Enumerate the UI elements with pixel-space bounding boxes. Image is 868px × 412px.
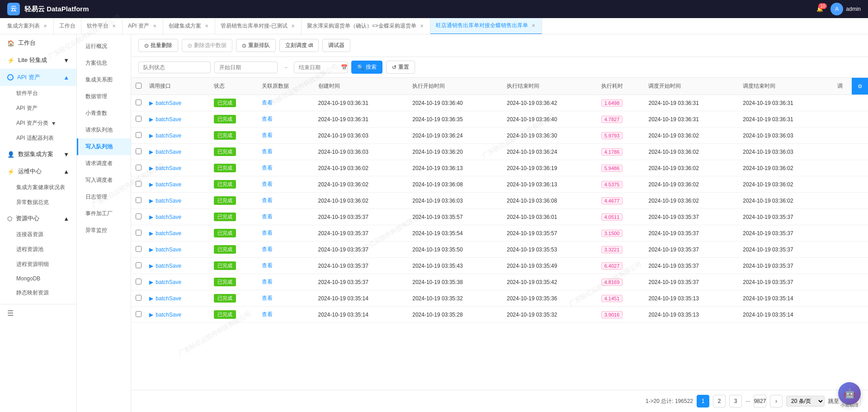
sidebar-item-mongodb[interactable]: MongoDB	[0, 272, 76, 285]
interface-link[interactable]: batchSave	[156, 230, 181, 237]
row-checkbox-cell[interactable]	[131, 160, 146, 176]
related-data-link[interactable]: 查看	[262, 148, 273, 155]
tab-close-icon[interactable]: ✕	[42, 23, 48, 29]
nav-relation-graph[interactable]: 集成关系图	[77, 71, 131, 88]
play-icon[interactable]: ▶	[149, 133, 153, 139]
nav-overview[interactable]: 运行概况	[77, 38, 131, 55]
row-checkbox[interactable]	[136, 181, 142, 187]
sidebar-item-connector[interactable]: 连接器资源	[0, 227, 76, 242]
notification-button[interactable]: 🔔 10	[816, 6, 823, 12]
menu-expand-icon[interactable]: ☰	[7, 309, 14, 317]
nav-write-scheduler[interactable]: 写入调度者	[77, 172, 131, 189]
row-checkbox[interactable]	[136, 148, 142, 154]
row-checkbox-cell[interactable]	[131, 242, 146, 258]
batch-delete-button[interactable]: ⊙ 批量删除	[138, 39, 178, 52]
tab-close-icon[interactable]: ✕	[531, 22, 536, 29]
tab-close-icon[interactable]: ✕	[204, 23, 209, 29]
sidebar-item-api-assets[interactable]: ○ API 资产 ▲	[0, 69, 76, 86]
reschedule-button[interactable]: ⊙ 重新排队	[236, 39, 276, 52]
row-checkbox[interactable]	[136, 311, 142, 317]
play-icon[interactable]: ▶	[149, 312, 153, 318]
sidebar-item-solution-health[interactable]: 集成方案健康状况表	[0, 180, 76, 195]
nav-data-management[interactable]: 数据管理	[77, 88, 131, 105]
floating-assistant[interactable]: 🤖	[838, 382, 861, 405]
row-checkbox-cell[interactable]	[131, 274, 146, 290]
related-data-link[interactable]: 查看	[262, 295, 273, 301]
page-btn-last[interactable]: 9827	[754, 395, 766, 407]
related-data-link[interactable]: 查看	[262, 116, 273, 122]
row-checkbox-cell[interactable]	[131, 290, 146, 307]
row-checkbox[interactable]	[136, 165, 142, 170]
sidebar-item-static-mapping[interactable]: 静态映射资源	[0, 285, 76, 300]
interface-link[interactable]: batchSave	[156, 312, 181, 318]
interface-link[interactable]: batchSave	[156, 214, 181, 220]
tab-close-icon[interactable]: ✕	[152, 23, 157, 29]
related-data-link[interactable]: 查看	[262, 165, 273, 171]
nav-write-queue[interactable]: 写入队列池	[77, 138, 131, 155]
search-button[interactable]: 🔍 搜索	[351, 61, 382, 74]
nav-event-factory[interactable]: 事件加工厂	[77, 205, 131, 222]
row-checkbox-cell[interactable]	[131, 111, 146, 128]
select-all-header[interactable]	[131, 78, 146, 95]
tab-close-icon[interactable]: ✕	[290, 23, 296, 29]
sidebar-item-data-integration[interactable]: 👤 数据集成方案 ▼	[0, 146, 76, 163]
related-data-link[interactable]: 查看	[262, 197, 273, 204]
sidebar-item-exception-data[interactable]: 异常数据总览	[0, 195, 76, 210]
reset-button[interactable]: ↺ 重置	[386, 61, 415, 74]
nav-log-management[interactable]: 日志管理	[77, 189, 131, 205]
play-icon[interactable]: ▶	[149, 198, 153, 204]
interface-link[interactable]: batchSave	[156, 198, 181, 204]
debug-button[interactable]: 调试器	[322, 39, 350, 52]
row-checkbox[interactable]	[136, 99, 142, 105]
user-info[interactable]: A admin	[830, 3, 861, 15]
row-checkbox[interactable]	[136, 295, 142, 301]
page-size-select[interactable]: 20 条/页 50 条/页 100 条/页	[786, 396, 825, 407]
related-data-link[interactable]: 查看	[262, 132, 273, 138]
sidebar-item-software-platform[interactable]: 软件平台	[0, 86, 76, 101]
play-icon[interactable]: ▶	[149, 165, 153, 171]
interface-link[interactable]: batchSave	[156, 279, 181, 285]
nav-request-queue[interactable]: 请求队列池	[77, 122, 131, 138]
row-checkbox-cell[interactable]	[131, 176, 146, 193]
related-data-link[interactable]: 查看	[262, 99, 273, 106]
tab-purchase[interactable]: 聚水潭采购退货单（确认）=>金蝶采购退货单 ✕	[302, 18, 430, 34]
nav-small-green[interactable]: 小青查数	[77, 105, 131, 122]
row-checkbox-cell[interactable]	[131, 225, 146, 242]
related-data-link[interactable]: 查看	[262, 246, 273, 252]
sidebar-item-lite[interactable]: ⚡ Lite 轻集成 ▼	[0, 52, 76, 69]
tab-close-icon[interactable]: ✕	[419, 23, 425, 29]
sidebar-item-api-adapter[interactable]: API 适配器列表	[0, 131, 76, 146]
sidebar-item-operation-center[interactable]: ⚡ 运维中心 ▲	[0, 163, 76, 180]
select-all-checkbox[interactable]	[136, 83, 142, 89]
interface-link[interactable]: batchSave	[156, 263, 181, 269]
tab-workbench[interactable]: 工作台	[54, 18, 81, 34]
interface-link[interactable]: batchSave	[156, 149, 181, 155]
related-data-link[interactable]: 查看	[262, 181, 273, 187]
play-icon[interactable]: ▶	[149, 246, 153, 253]
sidebar-item-workbench[interactable]: 🏠 工作台	[0, 34, 76, 52]
page-btn-1[interactable]: 1	[697, 395, 709, 407]
start-date-filter[interactable]	[214, 62, 278, 73]
page-btn-2[interactable]: 2	[713, 395, 726, 407]
play-icon[interactable]: ▶	[149, 181, 153, 188]
row-checkbox[interactable]	[136, 279, 142, 284]
interface-link[interactable]: batchSave	[156, 165, 181, 171]
page-next-btn[interactable]: ›	[770, 395, 783, 407]
play-icon[interactable]: ▶	[149, 214, 153, 220]
tab-software[interactable]: 软件平台 ✕	[81, 18, 123, 34]
tab-sales[interactable]: 管易销售出库单对接-已测试 ✕	[215, 18, 302, 34]
interface-link[interactable]: batchSave	[156, 116, 181, 123]
nav-exception-monitor[interactable]: 异常监控	[77, 222, 131, 239]
related-data-link[interactable]: 查看	[262, 311, 273, 317]
play-icon[interactable]: ▶	[149, 100, 153, 106]
tab-active[interactable]: 旺店通销售出库单对接全蝶销售出库单 ✕	[430, 18, 542, 34]
interface-link[interactable]: batchSave	[156, 133, 181, 139]
sidebar-item-api-assets-sub[interactable]: API 资产	[0, 101, 76, 116]
play-icon[interactable]: ▶	[149, 230, 153, 237]
interface-link[interactable]: batchSave	[156, 100, 181, 106]
row-checkbox-cell[interactable]	[131, 95, 146, 111]
row-checkbox-cell[interactable]	[131, 258, 146, 274]
row-checkbox-cell[interactable]	[131, 209, 146, 225]
related-data-link[interactable]: 查看	[262, 279, 273, 285]
page-btn-3[interactable]: 3	[729, 395, 742, 407]
